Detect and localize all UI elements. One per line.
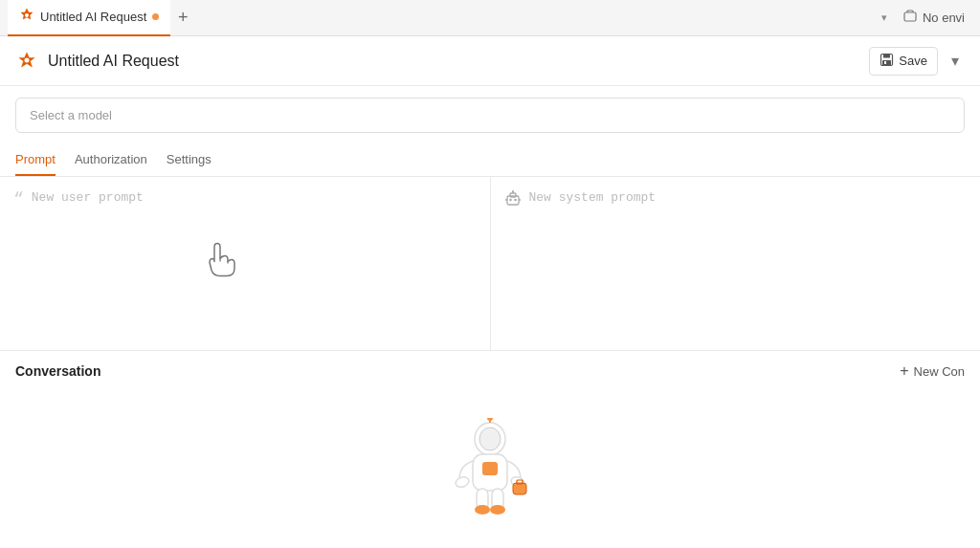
svg-point-12 [514,199,517,202]
tab-settings[interactable]: Settings [167,144,212,176]
svg-rect-6 [884,61,886,64]
user-prompt-panel[interactable]: “ New user prompt [0,177,491,350]
svg-point-11 [509,199,512,202]
svg-point-18 [479,427,501,450]
page-header: Untitled AI Request Save ▾ [0,36,980,86]
header-right: Save ▾ [869,47,965,76]
save-label: Save [899,54,927,68]
svg-point-27 [475,505,490,515]
svg-rect-1 [904,12,916,21]
plus-icon: + [900,362,908,380]
svg-point-20 [487,418,493,421]
tab-prompt[interactable]: Prompt [15,144,56,176]
svg-point-23 [455,475,471,489]
tab-label: Untitled AI Request [40,10,146,24]
robot-illustration [0,399,980,548]
header-ai-icon [15,50,38,73]
conversation-header: Conversation + New Con [15,362,965,380]
quote-icon: “ [13,190,24,208]
model-selector-placeholder: Select a model [30,108,112,122]
svg-point-0 [25,13,29,17]
header-chevron-icon[interactable]: ▾ [946,48,965,74]
ai-tab-icon [19,8,34,26]
model-selector[interactable]: Select a model [15,98,965,133]
user-prompt-text: New user prompt [32,190,144,205]
add-tab-button[interactable]: + [170,6,195,31]
astronaut-icon [442,418,538,533]
svg-point-14 [512,190,514,192]
header-left: Untitled AI Request [15,50,179,73]
system-prompt-placeholder: New system prompt [504,190,968,211]
no-environment-button[interactable]: No envi [895,6,972,30]
no-env-icon [902,9,918,27]
svg-rect-5 [882,60,891,65]
tab-untitled-ai-request[interactable]: Untitled AI Request [8,0,170,36]
svg-rect-4 [883,54,890,57]
svg-point-2 [25,57,30,62]
save-button[interactable]: Save [869,47,938,76]
tab-bar: Untitled AI Request + ▾ No envi [0,0,980,36]
tab-authorization[interactable]: Authorization [75,144,147,176]
save-icon [880,53,894,70]
user-prompt-placeholder: “ New user prompt [13,190,477,208]
conversation-section: Conversation + New Con [0,351,980,399]
svg-rect-29 [513,483,526,494]
no-env-label: No envi [923,11,965,25]
cursor-overlay [201,237,239,290]
svg-rect-22 [482,462,498,475]
svg-point-28 [490,505,505,515]
new-conversation-label: New Con [914,364,965,379]
system-prompt-text: New system prompt [529,190,657,205]
sub-tabs: Prompt Authorization Settings [0,144,980,177]
new-conversation-button[interactable]: + New Con [900,362,965,380]
tab-unsaved-dot [152,13,159,20]
svg-rect-10 [510,193,516,197]
prompt-area: “ New user prompt [0,177,980,351]
robot-icon [504,190,522,211]
tab-chevron-icon[interactable]: ▾ [881,11,887,24]
tab-bar-right: ▾ No envi [881,6,972,30]
page-title: Untitled AI Request [48,53,179,70]
conversation-title: Conversation [15,363,100,379]
system-prompt-panel[interactable]: New system prompt [491,177,981,350]
